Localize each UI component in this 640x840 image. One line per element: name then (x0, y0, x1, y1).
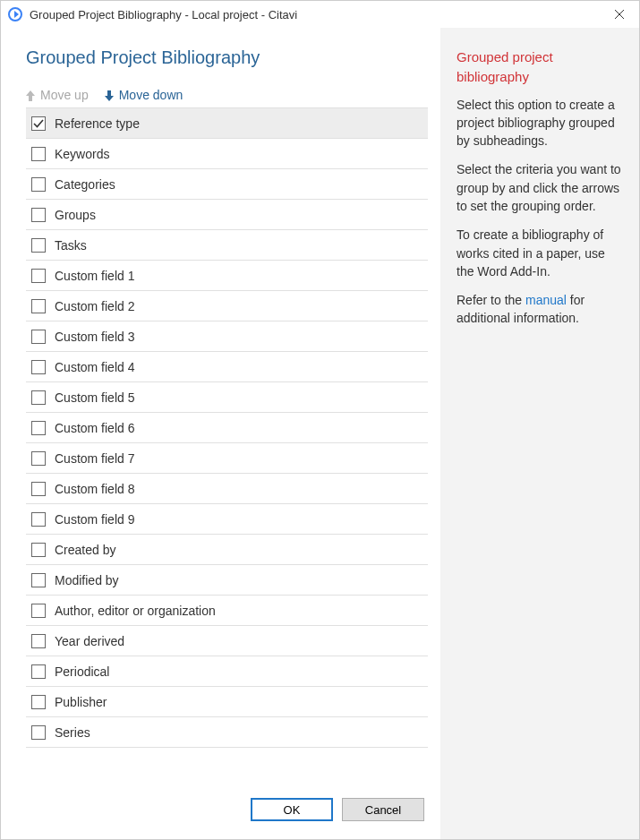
checkbox[interactable] (31, 421, 46, 435)
cancel-button[interactable]: Cancel (342, 798, 424, 821)
item-label: Custom field 8 (55, 482, 134, 496)
item-label: Groups (55, 208, 96, 222)
help-paragraph: To create a bibliography of works cited … (457, 226, 623, 280)
checkbox[interactable] (31, 238, 46, 253)
item-label: Categories (55, 177, 115, 192)
item-label: Custom field 6 (55, 421, 134, 435)
close-button[interactable] (602, 2, 637, 27)
item-label: Periodical (55, 664, 109, 679)
list-item[interactable]: Custom field 3 (26, 321, 428, 352)
checkbox[interactable] (31, 299, 46, 313)
move-down-label: Move down (119, 88, 183, 102)
list-item[interactable]: Tasks (26, 230, 428, 261)
help-panel: Grouped project bibliography Select this… (440, 28, 639, 839)
criteria-list: Reference typeKeywordsCategoriesGroupsTa… (26, 107, 428, 787)
checkbox[interactable] (31, 177, 46, 192)
list-item[interactable]: Custom field 7 (26, 443, 428, 474)
button-row: OK Cancel (1, 787, 440, 832)
list-item[interactable]: Categories (26, 169, 428, 200)
help-title: Grouped project bibliography (457, 47, 623, 87)
ok-button[interactable]: OK (251, 798, 333, 821)
list-item[interactable]: Custom field 9 (26, 504, 428, 535)
checkbox[interactable] (31, 147, 46, 161)
item-label: Year derived (55, 634, 124, 648)
item-label: Created by (55, 543, 115, 557)
move-up-button[interactable]: Move up (26, 88, 89, 102)
item-label: Author, editor or organization (55, 604, 216, 618)
checkbox[interactable] (31, 116, 46, 131)
item-label: Custom field 2 (55, 299, 134, 313)
checkbox[interactable] (31, 664, 46, 679)
item-label: Custom field 3 (55, 330, 134, 344)
list-item[interactable]: Year derived (26, 626, 428, 656)
arrow-down-icon (105, 90, 114, 100)
list-item[interactable]: Groups (26, 200, 428, 230)
checkbox[interactable] (31, 573, 46, 587)
checkbox[interactable] (31, 330, 46, 344)
list-item[interactable]: Reference type (26, 108, 428, 139)
help-paragraph: Select this option to create a project b… (457, 96, 623, 150)
move-down-button[interactable]: Move down (105, 88, 183, 102)
item-label: Custom field 5 (55, 390, 134, 405)
item-label: Series (55, 725, 90, 740)
item-label: Keywords (55, 147, 109, 161)
item-label: Modified by (55, 573, 119, 587)
list-item[interactable]: Publisher (26, 687, 428, 717)
item-label: Custom field 7 (55, 451, 134, 466)
list-item[interactable]: Series (26, 717, 428, 748)
list-item[interactable]: Keywords (26, 139, 428, 169)
item-label: Tasks (55, 238, 87, 253)
close-icon (614, 9, 625, 20)
help-paragraph: Refer to the manual for additional infor… (457, 291, 623, 328)
checkbox[interactable] (31, 695, 46, 709)
checkbox[interactable] (31, 634, 46, 648)
checkbox[interactable] (31, 360, 46, 374)
list-item[interactable]: Modified by (26, 565, 428, 596)
list-item[interactable]: Custom field 8 (26, 474, 428, 504)
item-label: Custom field 4 (55, 360, 134, 374)
page-heading: Grouped Project Bibliography (1, 47, 440, 88)
checkbox[interactable] (31, 543, 46, 557)
move-up-label: Move up (40, 88, 89, 102)
checkbox[interactable] (31, 512, 46, 527)
checkbox[interactable] (31, 482, 46, 496)
checkbox[interactable] (31, 269, 46, 283)
help-text: Refer to the (457, 293, 525, 307)
toolbar: Move up Move down (1, 88, 440, 107)
list-item[interactable]: Custom field 6 (26, 413, 428, 443)
item-label: Publisher (55, 695, 107, 709)
checkbox[interactable] (31, 208, 46, 222)
help-paragraph: Select the criteria you want to group by… (457, 160, 623, 215)
list-item[interactable]: Custom field 5 (26, 382, 428, 413)
checkbox[interactable] (31, 390, 46, 405)
list-item[interactable]: Periodical (26, 656, 428, 687)
window-title: Grouped Project Bibliography - Local pro… (30, 8, 602, 21)
item-label: Custom field 1 (55, 269, 134, 283)
item-label: Reference type (55, 116, 140, 131)
checkbox[interactable] (31, 451, 46, 466)
app-icon (8, 7, 22, 21)
left-panel: Grouped Project Bibliography Move up Mov… (1, 28, 440, 839)
list-item[interactable]: Custom field 4 (26, 352, 428, 382)
item-label: Custom field 9 (55, 512, 134, 527)
checkbox[interactable] (31, 725, 46, 740)
list-item[interactable]: Author, editor or organization (26, 596, 428, 626)
manual-link[interactable]: manual (525, 293, 567, 307)
list-item[interactable]: Custom field 1 (26, 261, 428, 291)
titlebar: Grouped Project Bibliography - Local pro… (1, 1, 639, 28)
list-item[interactable]: Created by (26, 535, 428, 565)
content: Grouped Project Bibliography Move up Mov… (1, 28, 639, 839)
checkbox[interactable] (31, 604, 46, 618)
arrow-up-icon (26, 90, 35, 100)
list-item[interactable]: Custom field 2 (26, 291, 428, 321)
